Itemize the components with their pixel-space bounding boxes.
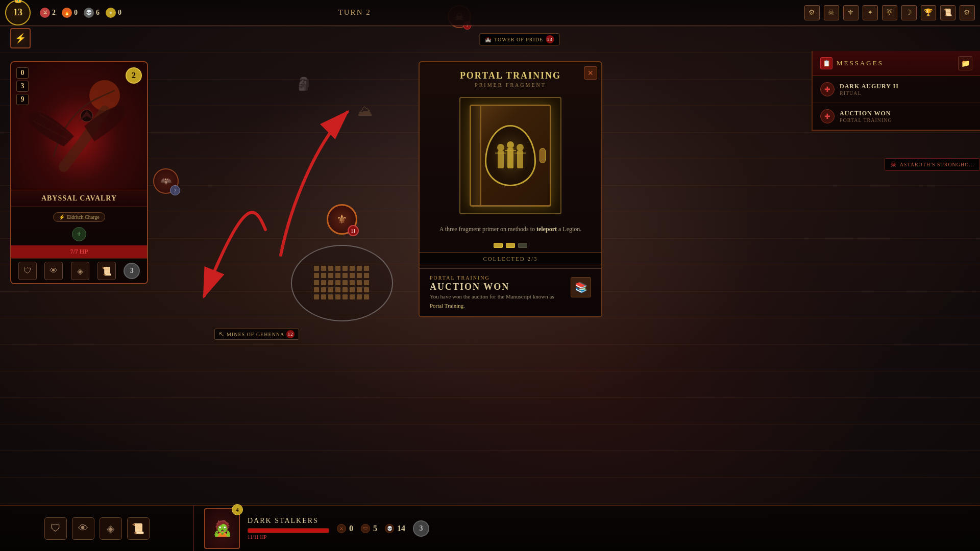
army-formation <box>291 245 393 321</box>
stat-defense-badge: 9 <box>16 94 29 105</box>
resource-coin: ● 0 <box>106 8 121 18</box>
book-cover <box>470 105 551 207</box>
tower-number-badge: 13 <box>546 35 554 43</box>
coin-value: 0 <box>118 9 121 17</box>
faction-symbol-6[interactable]: ☽ <box>901 5 917 20</box>
coin-icon: ● <box>106 8 116 18</box>
stat1-icon: ⚔ <box>337 524 346 533</box>
resource-swords: ⚔ 2 <box>40 8 56 18</box>
swords-value: 2 <box>52 9 56 17</box>
auction-description: You have won the auction for the Manuscr… <box>430 292 566 310</box>
map-unit-small[interactable]: 🦇 7 <box>153 168 179 194</box>
faction-symbol-1[interactable]: ⚙ <box>804 5 820 20</box>
fragment-dot-2 <box>506 243 515 248</box>
message-dark-augury[interactable]: ✚ DARK AUGURY II RITUAL <box>813 76 980 103</box>
card-action-bar: 🛡 👁 ◈ 📜 3 <box>11 258 147 283</box>
card-ability: ⚡ Eldritch Charge <box>53 212 105 222</box>
faction-symbol-7[interactable]: 🏆 <box>921 5 936 20</box>
stat-hp-badge: 0 <box>16 67 29 79</box>
action-btn-3[interactable]: ◈ <box>100 517 122 540</box>
portal-subtitle: PRIMER FRAGMENT <box>430 82 591 88</box>
portal-header: PORTAL TRAINING PRIMER FRAGMENT <box>420 62 601 92</box>
turn-display: TURN 2 <box>338 8 371 17</box>
portrait-cost: 4 <box>232 504 243 515</box>
turn-label: TURN 2 <box>338 8 371 16</box>
message-auction-won[interactable]: ✚ AUCTION WON PORTAL TRAINING <box>813 103 980 130</box>
card-art <box>11 62 147 190</box>
mines-label: ⛏ MINES OF GEHENNA 12 <box>214 329 299 340</box>
special-btn[interactable]: 📜 <box>97 262 116 280</box>
add-ability-btn[interactable]: + <box>72 227 86 241</box>
auction-won-content: AUCTION WON PORTAL TRAINING <box>840 110 972 123</box>
portal-book-art <box>459 97 561 214</box>
bottom-stat-2: 🛡 5 <box>361 524 377 533</box>
center-unit-level: 11 <box>348 225 359 236</box>
auction-text-block: PORTAL TRAINING AUCTION WON You have won… <box>430 275 566 310</box>
top-right-icons: ⚙ ☠ ⚜ ✦ ⛧ ☽ 🏆 📜 ⚙ <box>804 5 975 20</box>
messages-panel: 📋 MESSAGES 📁 ✚ DARK AUGURY II RITUAL ✚ A… <box>812 51 980 131</box>
stat3-icon: 💀 <box>385 524 394 533</box>
player-level: 👑 13 <box>5 0 31 26</box>
tower-of-pride-label: 🏰 TOWER OF PRIDE 13 <box>479 33 559 45</box>
auction-book-icon: 📚 <box>571 277 591 297</box>
stat2-icon: 🛡 <box>361 524 370 533</box>
messages-archive-btn[interactable]: 📁 <box>958 56 972 70</box>
stat1-value: 0 <box>349 524 353 533</box>
swords-icon: ⚔ <box>40 8 50 18</box>
close-icon: ✕ <box>587 69 594 78</box>
manuscript-name: Portal Training <box>430 303 463 309</box>
unit-token-icon: 🦇 <box>160 176 172 187</box>
cavalry-art-svg <box>23 65 135 187</box>
dark-augury-content: DARK AUGURY II RITUAL <box>840 83 972 96</box>
resource-skulls: 💀 6 <box>84 8 100 18</box>
ability-name: Eldritch Charge <box>67 214 99 220</box>
faction-symbol-2[interactable]: ☠ <box>824 5 839 20</box>
fire-icon: 🔥 <box>62 8 72 18</box>
action-btn-4[interactable]: 📜 <box>127 517 150 540</box>
ability-btn[interactable]: ◈ <box>71 262 89 280</box>
faction-symbol-4[interactable]: ✦ <box>863 5 878 20</box>
action-btn-2[interactable]: 👁 <box>72 517 94 540</box>
auction-icon-row: PORTAL TRAINING AUCTION WON You have won… <box>430 275 591 310</box>
top-bar: 👑 13 ⚔ 2 🔥 0 💀 6 ● 0 TURN 2 ⚙ ☠ ⚜ ✦ ⛧ ☽ … <box>0 0 980 26</box>
auction-title: AUCTION WON <box>430 282 566 292</box>
faction-symbol-8[interactable]: 📜 <box>940 5 955 20</box>
center-unit[interactable]: ⚜ 11 <box>327 204 357 235</box>
defend-btn[interactable]: 🛡 <box>18 262 37 280</box>
move-btn[interactable]: 👁 <box>44 262 63 280</box>
fragment-dot-3 <box>518 243 527 248</box>
action-btn-1[interactable]: 🛡 <box>44 517 67 540</box>
svg-point-11 <box>517 144 524 151</box>
stat2-value: 5 <box>373 524 377 533</box>
card-cost: 2 <box>126 67 142 84</box>
keyword-teleport: teleport <box>536 226 557 233</box>
svg-point-7 <box>497 144 504 151</box>
faction-symbol-5[interactable]: ⛧ <box>882 5 897 20</box>
portal-close-btn[interactable]: ✕ <box>584 66 597 80</box>
auction-won-section: PORTAL TRAINING AUCTION WON You have won… <box>420 268 601 316</box>
center-unit-token[interactable]: ⚜ 11 <box>327 204 357 235</box>
bottom-hp-container: 11/11 HP <box>248 528 329 540</box>
faction-symbol-3[interactable]: ⚜ <box>843 5 859 20</box>
unit-card: 0 3 9 2 <box>10 61 148 284</box>
skull-value: 6 <box>96 9 100 17</box>
mines-number: 12 <box>286 330 295 338</box>
bottom-unit-art: 🧟 <box>213 519 232 537</box>
messages-icon: 📋 <box>820 57 832 69</box>
fire-value: 0 <box>74 9 78 17</box>
cost-value: 2 <box>132 71 136 80</box>
mines-icon: ⛏ <box>219 332 225 337</box>
bottom-stat-3: 💀 14 <box>385 524 405 533</box>
settings-btn[interactable]: ⚙ <box>960 5 975 20</box>
bottom-unit-info: DARK STALKERS 11/11 HP <box>248 517 329 540</box>
svg-point-9 <box>507 141 514 148</box>
faction-emblem: ⚡ <box>10 28 31 48</box>
bottom-hp-bar-bg <box>248 528 329 533</box>
dark-augury-subtitle: RITUAL <box>840 90 972 96</box>
stat-attack-badge: 3 <box>16 81 29 92</box>
auction-won-icon: ✚ <box>820 109 835 123</box>
card-name-bar: ABYSSAL CAVALRY <box>11 190 147 207</box>
card-hp-bar: 7/7 HP <box>11 245 147 258</box>
army-dots <box>314 266 370 300</box>
crown-icon: 👑 <box>14 0 22 4</box>
